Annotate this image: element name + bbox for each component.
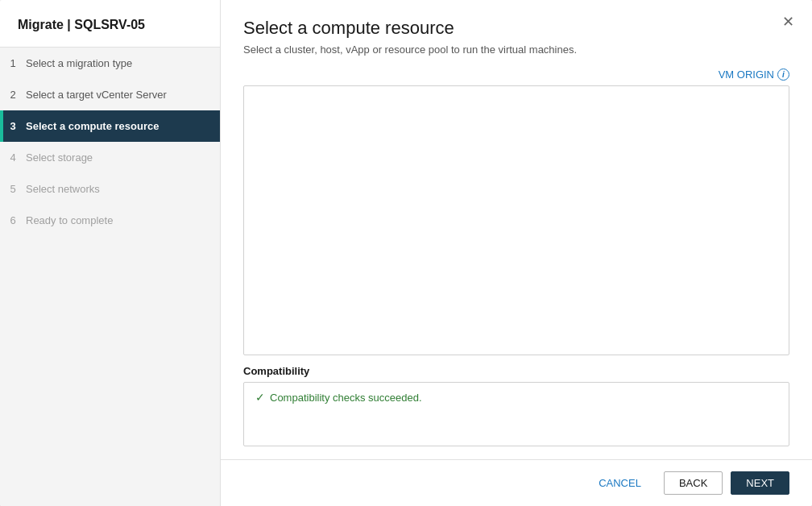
compatibility-label: Compatibility <box>243 365 789 377</box>
step-label: Select a target vCenter Server <box>26 89 167 101</box>
info-icon: i <box>777 68 789 81</box>
migrate-dialog: Migrate | SQLSRV-05 1Select a migration … <box>0 0 812 506</box>
vm-origin-row: VM ORIGIN i <box>243 60 789 85</box>
cancel-button[interactable]: CANCEL <box>584 472 656 494</box>
next-button[interactable]: NEXT <box>731 471 789 495</box>
step-num: 2 <box>0 89 26 101</box>
vm-origin-label: VM ORIGIN <box>719 68 774 81</box>
step-num: 4 <box>0 151 26 164</box>
footer: CANCEL BACK NEXT <box>221 459 812 506</box>
sidebar-step-5: 5Select networks <box>0 173 220 205</box>
page-subtitle: Select a cluster, host, vApp or resource… <box>243 44 789 56</box>
step-label: Select a compute resource <box>26 120 159 132</box>
step-label: Select networks <box>26 183 100 195</box>
main-content: Select a compute resource Select a clust… <box>221 0 812 506</box>
compat-success-text: Compatibility checks succeeded. <box>270 392 422 404</box>
close-button[interactable]: ✕ <box>782 15 794 29</box>
step-num: 1 <box>0 57 26 69</box>
step-num: 5 <box>0 183 26 195</box>
sidebar-step-4: 4Select storage <box>0 142 220 173</box>
main-header: Select a compute resource Select a clust… <box>221 0 812 60</box>
sidebar-steps: 1Select a migration type2Select a target… <box>0 48 220 236</box>
main-panel: Select a compute resource Select a clust… <box>221 0 812 506</box>
step-num: 6 <box>0 214 26 226</box>
step-label: Ready to complete <box>26 214 113 226</box>
sidebar-title: Migrate | SQLSRV-05 <box>0 0 220 48</box>
compat-success: ✓ Compatibility checks succeeded. <box>255 391 777 404</box>
back-button[interactable]: BACK <box>664 471 723 495</box>
step-num: 3 <box>0 120 26 132</box>
sidebar: Migrate | SQLSRV-05 1Select a migration … <box>0 0 221 506</box>
main-body: VM ORIGIN i Compatibility ✓ Compatibilit… <box>221 60 812 459</box>
check-icon: ✓ <box>255 391 265 404</box>
vm-origin-link[interactable]: VM ORIGIN i <box>719 68 789 81</box>
step-label: Select storage <box>26 151 93 164</box>
compatibility-box: ✓ Compatibility checks succeeded. <box>243 382 789 446</box>
compatibility-section: Compatibility ✓ Compatibility checks suc… <box>243 365 789 446</box>
sidebar-step-1[interactable]: 1Select a migration type <box>0 48 220 79</box>
sidebar-step-3[interactable]: 3Select a compute resource <box>0 110 220 142</box>
page-title: Select a compute resource <box>243 18 789 39</box>
resource-tree[interactable] <box>243 85 789 355</box>
step-label: Select a migration type <box>26 57 132 69</box>
sidebar-step-2[interactable]: 2Select a target vCenter Server <box>0 79 220 110</box>
sidebar-step-6: 6Ready to complete <box>0 205 220 236</box>
